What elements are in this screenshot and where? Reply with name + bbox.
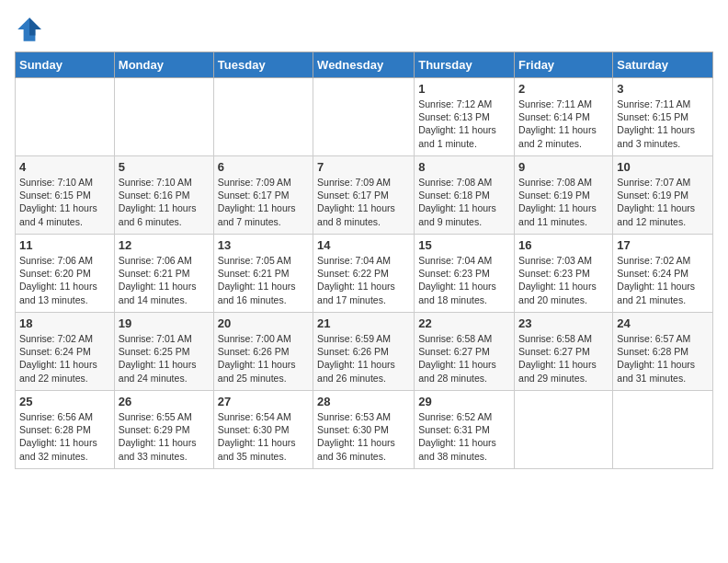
week-row-3: 11Sunrise: 7:06 AM Sunset: 6:20 PM Dayli…: [16, 235, 713, 313]
day-info: Sunrise: 7:06 AM Sunset: 6:20 PM Dayligh…: [19, 254, 110, 306]
calendar-cell: 29Sunrise: 6:52 AM Sunset: 6:31 PM Dayli…: [415, 391, 515, 469]
day-info: Sunrise: 7:07 AM Sunset: 6:19 PM Dayligh…: [617, 176, 709, 228]
day-info: Sunrise: 7:02 AM Sunset: 6:24 PM Dayligh…: [617, 254, 709, 306]
day-info: Sunrise: 7:12 AM Sunset: 6:13 PM Dayligh…: [418, 98, 510, 150]
day-number: 19: [119, 316, 210, 330]
day-number: 8: [418, 160, 510, 174]
day-info: Sunrise: 6:54 AM Sunset: 6:30 PM Dayligh…: [218, 410, 309, 463]
day-info: Sunrise: 6:59 AM Sunset: 6:26 PM Dayligh…: [317, 332, 410, 385]
calendar-cell: [213, 78, 313, 156]
day-info: Sunrise: 6:52 AM Sunset: 6:31 PM Dayligh…: [418, 410, 510, 463]
calendar-cell: [313, 78, 415, 156]
day-info: Sunrise: 7:04 AM Sunset: 6:23 PM Dayligh…: [418, 254, 510, 306]
column-header-sunday: Sunday: [16, 52, 115, 78]
calendar-table: SundayMondayTuesdayWednesdayThursdayFrid…: [15, 52, 713, 469]
day-info: Sunrise: 6:56 AM Sunset: 6:28 PM Dayligh…: [19, 410, 110, 463]
day-info: Sunrise: 6:53 AM Sunset: 6:30 PM Dayligh…: [317, 410, 410, 463]
day-info: Sunrise: 6:58 AM Sunset: 6:27 PM Dayligh…: [418, 332, 510, 385]
day-number: 15: [418, 238, 510, 252]
day-number: 10: [617, 160, 709, 174]
calendar-cell: 9Sunrise: 7:08 AM Sunset: 6:19 PM Daylig…: [515, 156, 613, 235]
day-number: 25: [19, 395, 110, 408]
column-header-friday: Friday: [515, 52, 613, 78]
day-info: Sunrise: 7:10 AM Sunset: 6:15 PM Dayligh…: [19, 176, 110, 228]
day-number: 9: [518, 160, 609, 174]
calendar-cell: [613, 391, 713, 469]
calendar-cell: 17Sunrise: 7:02 AM Sunset: 6:24 PM Dayli…: [613, 235, 713, 313]
day-number: 16: [518, 238, 609, 252]
day-number: 14: [317, 238, 410, 252]
week-row-2: 4Sunrise: 7:10 AM Sunset: 6:15 PM Daylig…: [16, 156, 713, 235]
calendar-cell: 7Sunrise: 7:09 AM Sunset: 6:17 PM Daylig…: [313, 156, 415, 235]
day-info: Sunrise: 7:05 AM Sunset: 6:21 PM Dayligh…: [218, 254, 309, 306]
day-info: Sunrise: 7:04 AM Sunset: 6:22 PM Dayligh…: [317, 254, 410, 306]
calendar-cell: 23Sunrise: 6:58 AM Sunset: 6:27 PM Dayli…: [515, 313, 613, 391]
week-row-1: 1Sunrise: 7:12 AM Sunset: 6:13 PM Daylig…: [16, 78, 713, 156]
day-number: 20: [218, 316, 309, 330]
day-number: 3: [617, 82, 709, 96]
calendar-cell: 15Sunrise: 7:04 AM Sunset: 6:23 PM Dayli…: [415, 235, 515, 313]
calendar-cell: 13Sunrise: 7:05 AM Sunset: 6:21 PM Dayli…: [213, 235, 313, 313]
calendar-cell: 22Sunrise: 6:58 AM Sunset: 6:27 PM Dayli…: [415, 313, 515, 391]
day-info: Sunrise: 7:02 AM Sunset: 6:24 PM Dayligh…: [19, 332, 110, 385]
day-number: 2: [518, 82, 609, 96]
week-row-4: 18Sunrise: 7:02 AM Sunset: 6:24 PM Dayli…: [16, 313, 713, 391]
calendar-cell: 21Sunrise: 6:59 AM Sunset: 6:26 PM Dayli…: [313, 313, 415, 391]
calendar-cell: [114, 78, 213, 156]
day-number: 13: [218, 238, 309, 252]
day-number: 29: [418, 395, 510, 408]
day-info: Sunrise: 6:55 AM Sunset: 6:29 PM Dayligh…: [119, 410, 210, 463]
column-header-thursday: Thursday: [415, 52, 515, 78]
day-number: 5: [119, 160, 210, 174]
calendar-cell: 1Sunrise: 7:12 AM Sunset: 6:13 PM Daylig…: [415, 78, 515, 156]
calendar-cell: 4Sunrise: 7:10 AM Sunset: 6:15 PM Daylig…: [16, 156, 115, 235]
calendar-cell: 18Sunrise: 7:02 AM Sunset: 6:24 PM Dayli…: [16, 313, 115, 391]
calendar-cell: 10Sunrise: 7:07 AM Sunset: 6:19 PM Dayli…: [613, 156, 713, 235]
day-number: 23: [518, 316, 609, 330]
calendar-cell: 5Sunrise: 7:10 AM Sunset: 6:16 PM Daylig…: [114, 156, 213, 235]
day-info: Sunrise: 7:08 AM Sunset: 6:19 PM Dayligh…: [518, 176, 609, 228]
day-info: Sunrise: 6:58 AM Sunset: 6:27 PM Dayligh…: [518, 332, 609, 385]
calendar-cell: 20Sunrise: 7:00 AM Sunset: 6:26 PM Dayli…: [213, 313, 313, 391]
day-number: 21: [317, 316, 410, 330]
day-number: 24: [617, 316, 709, 330]
column-header-wednesday: Wednesday: [313, 52, 415, 78]
day-info: Sunrise: 7:11 AM Sunset: 6:15 PM Dayligh…: [617, 98, 709, 150]
column-header-tuesday: Tuesday: [213, 52, 313, 78]
header: [15, 15, 713, 44]
day-number: 27: [218, 395, 309, 408]
day-number: 28: [317, 395, 410, 408]
calendar-cell: 25Sunrise: 6:56 AM Sunset: 6:28 PM Dayli…: [16, 391, 115, 469]
week-row-5: 25Sunrise: 6:56 AM Sunset: 6:28 PM Dayli…: [16, 391, 713, 469]
calendar-cell: [515, 391, 613, 469]
day-number: 26: [119, 395, 210, 408]
column-header-saturday: Saturday: [613, 52, 713, 78]
logo: [15, 15, 48, 44]
day-info: Sunrise: 7:03 AM Sunset: 6:23 PM Dayligh…: [518, 254, 609, 306]
calendar-cell: 8Sunrise: 7:08 AM Sunset: 6:18 PM Daylig…: [415, 156, 515, 235]
logo-icon: [15, 15, 44, 44]
day-number: 6: [218, 160, 309, 174]
calendar-cell: 3Sunrise: 7:11 AM Sunset: 6:15 PM Daylig…: [613, 78, 713, 156]
day-number: 18: [19, 316, 110, 330]
day-number: 17: [617, 238, 709, 252]
calendar-cell: 26Sunrise: 6:55 AM Sunset: 6:29 PM Dayli…: [114, 391, 213, 469]
day-number: 12: [119, 238, 210, 252]
day-info: Sunrise: 7:06 AM Sunset: 6:21 PM Dayligh…: [119, 254, 210, 306]
svg-marker-1: [29, 17, 41, 35]
calendar-cell: 24Sunrise: 6:57 AM Sunset: 6:28 PM Dayli…: [613, 313, 713, 391]
day-number: 4: [19, 160, 110, 174]
calendar-cell: 11Sunrise: 7:06 AM Sunset: 6:20 PM Dayli…: [16, 235, 115, 313]
day-info: Sunrise: 7:09 AM Sunset: 6:17 PM Dayligh…: [218, 176, 309, 228]
calendar-cell: 14Sunrise: 7:04 AM Sunset: 6:22 PM Dayli…: [313, 235, 415, 313]
day-number: 11: [19, 238, 110, 252]
calendar-cell: 6Sunrise: 7:09 AM Sunset: 6:17 PM Daylig…: [213, 156, 313, 235]
day-info: Sunrise: 6:57 AM Sunset: 6:28 PM Dayligh…: [617, 332, 709, 385]
header-row: SundayMondayTuesdayWednesdayThursdayFrid…: [16, 52, 713, 78]
day-info: Sunrise: 7:01 AM Sunset: 6:25 PM Dayligh…: [119, 332, 210, 385]
calendar-cell: 27Sunrise: 6:54 AM Sunset: 6:30 PM Dayli…: [213, 391, 313, 469]
day-number: 22: [418, 316, 510, 330]
calendar-cell: 16Sunrise: 7:03 AM Sunset: 6:23 PM Dayli…: [515, 235, 613, 313]
day-number: 1: [418, 82, 510, 96]
calendar-cell: 12Sunrise: 7:06 AM Sunset: 6:21 PM Dayli…: [114, 235, 213, 313]
